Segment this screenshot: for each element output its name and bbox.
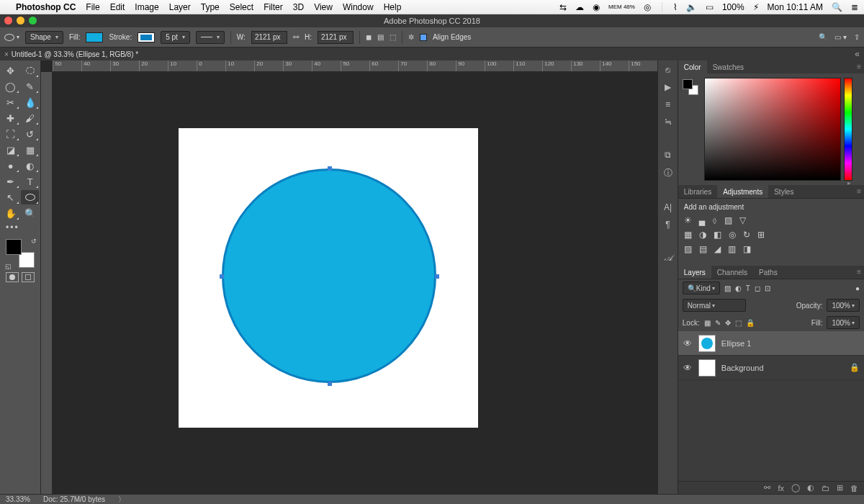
zoom-level[interactable]: 33.33% <box>6 495 30 503</box>
colorlookup-adj-icon[interactable]: ⊞ <box>757 230 765 240</box>
tab-swatches[interactable]: Swatches <box>707 60 750 73</box>
blur-tool[interactable]: ● <box>1 158 19 173</box>
doc-size[interactable]: Doc: 25.7M/0 bytes <box>43 495 105 503</box>
window-minimize-button[interactable] <box>17 17 24 24</box>
transform-handle-e[interactable] <box>435 274 439 279</box>
type-tool[interactable]: T <box>21 174 39 189</box>
shape-tool-icon[interactable]: ▾ <box>4 34 19 41</box>
crop-tool[interactable]: ✂︎ <box>1 95 19 109</box>
stamp-tool[interactable]: ⛶ <box>1 127 19 141</box>
hand-tool[interactable]: ✋ <box>1 206 19 220</box>
panel-menu-icon[interactable]: ≡ <box>857 187 861 195</box>
tool-mode-select[interactable]: Shape <box>25 31 63 44</box>
menu-extras-icon[interactable]: ≣ <box>851 2 858 12</box>
curves-adj-icon[interactable]: ⎀ <box>712 215 717 225</box>
posterize-adj-icon[interactable]: ▤ <box>699 244 707 254</box>
document-tab[interactable]: Untitled-1 @ 33.3% (Ellipse 1, RGB/8) * <box>12 50 138 58</box>
lock-paint-icon[interactable]: ✎ <box>715 319 721 327</box>
lock-artboard-icon[interactable]: ⬚ <box>735 319 742 327</box>
gear-icon[interactable]: ✲ <box>408 33 414 41</box>
new-adjustment-icon[interactable]: ◐ <box>807 483 814 492</box>
vibrance-adj-icon[interactable]: ▽ <box>739 215 746 225</box>
align-edges-checkbox[interactable] <box>420 34 427 41</box>
menu-view[interactable]: View <box>314 2 333 12</box>
opacity-input[interactable]: 100% <box>827 299 860 312</box>
tab-layers[interactable]: Layers <box>678 266 711 279</box>
threshold-adj-icon[interactable]: ◢ <box>714 244 721 254</box>
tab-color[interactable]: Color <box>678 60 707 73</box>
workspace-switcher-icon[interactable]: ▭ ▾ <box>834 33 847 41</box>
search-icon[interactable]: 🔍 <box>819 33 827 41</box>
collapse-panels-icon[interactable]: « <box>855 49 860 59</box>
levels-adj-icon[interactable]: ▄ <box>699 215 706 225</box>
exposure-adj-icon[interactable]: ▧ <box>724 215 732 225</box>
tab-adjustments[interactable]: Adjustments <box>717 185 768 198</box>
blend-mode-select[interactable]: Normal <box>683 299 746 312</box>
bw-adj-icon[interactable]: ◧ <box>714 230 721 240</box>
layer-filter-kind[interactable]: 🔍 Kind <box>683 282 720 294</box>
paragraph-panel-icon[interactable]: ¶ <box>665 220 670 230</box>
lock-icon[interactable]: 🔒 <box>850 363 860 372</box>
menu-3d[interactable]: 3D <box>293 2 304 12</box>
layer-name[interactable]: Background <box>721 364 764 372</box>
layer-fx-icon[interactable]: fx <box>778 484 784 492</box>
hue-slider[interactable] <box>844 78 852 181</box>
default-colors-icon[interactable]: ◱ <box>5 263 12 270</box>
window-zoom-button[interactable] <box>29 17 37 24</box>
sync-icon[interactable]: ⇆ <box>559 2 567 12</box>
horizontal-ruler[interactable]: 5040302010010203040506070809010011012013… <box>53 60 657 72</box>
menu-window[interactable]: Window <box>343 2 374 12</box>
properties-panel-icon[interactable]: ≡ <box>665 99 670 109</box>
path-operations-icon[interactable]: ◼︎ <box>366 33 372 41</box>
window-close-button[interactable] <box>4 17 12 24</box>
width-input[interactable] <box>251 31 287 44</box>
status-more-icon[interactable]: 〉 <box>118 495 125 505</box>
gradientmap-adj-icon[interactable]: ▥ <box>728 244 736 254</box>
color-field[interactable] <box>704 78 841 181</box>
menu-layer[interactable]: Layer <box>169 2 191 12</box>
tab-paths[interactable]: Paths <box>753 266 783 279</box>
link-wh-icon[interactable]: ⚯ <box>293 33 299 41</box>
menu-edit[interactable]: Edit <box>110 2 125 12</box>
gradient-tool[interactable]: ▦ <box>21 143 39 157</box>
clone-panel-icon[interactable]: ⧉ <box>665 150 671 160</box>
delete-layer-icon[interactable]: 🗑 <box>850 484 858 492</box>
layer-visibility-icon[interactable]: 👁 <box>683 363 693 373</box>
brush-panel-icon[interactable]: ≒ <box>665 117 672 127</box>
battery-icon[interactable]: ▭ <box>706 2 714 12</box>
fill-color-swatch[interactable] <box>86 32 103 42</box>
app-name[interactable]: Photoshop CC <box>16 2 76 12</box>
pen-tool[interactable]: ✒︎ <box>1 174 19 189</box>
eye-icon[interactable]: ◎ <box>644 2 651 12</box>
marquee-tool[interactable] <box>21 63 39 78</box>
quickmask-mode-icon[interactable] <box>22 272 35 282</box>
cloud-icon[interactable]: ☁︎ <box>575 2 584 12</box>
ellipse-shape[interactable] <box>222 168 436 383</box>
foreground-color-swatch[interactable] <box>6 239 22 255</box>
vertical-ruler[interactable] <box>41 72 53 494</box>
tab-channels[interactable]: Channels <box>711 266 753 279</box>
zoom-tool[interactable]: 🔍 <box>21 206 39 220</box>
share-icon[interactable]: ⇪ <box>854 33 860 41</box>
lasso-tool[interactable]: ◯ <box>1 79 19 94</box>
photofilter-adj-icon[interactable]: ◎ <box>729 230 736 240</box>
edit-toolbar-button[interactable]: ••• <box>1 220 39 235</box>
stroke-width-input[interactable]: 5 pt <box>161 31 190 44</box>
height-input[interactable] <box>318 31 354 44</box>
history-panel-icon[interactable]: ⎋ <box>665 65 670 75</box>
colorbalance-adj-icon[interactable]: ◑ <box>699 230 706 240</box>
link-layers-icon[interactable]: ⚯ <box>764 483 770 492</box>
swap-colors-icon[interactable]: ↺ <box>31 238 37 245</box>
stroke-color-swatch[interactable] <box>138 32 155 42</box>
menu-filter[interactable]: Filter <box>264 2 283 12</box>
layer-thumbnail[interactable] <box>698 359 716 377</box>
hsl-adj-icon[interactable]: ▦ <box>684 230 692 240</box>
eraser-tool[interactable]: ◪ <box>1 143 19 157</box>
quick-select-tool[interactable]: ✎ <box>21 79 39 94</box>
eyedropper-tool[interactable]: 💧 <box>21 95 39 109</box>
channelmixer-adj-icon[interactable]: ↻ <box>743 230 750 240</box>
stroke-style-select[interactable] <box>196 31 225 44</box>
lock-transparency-icon[interactable]: ▦ <box>704 319 711 327</box>
brightness-adj-icon[interactable]: ☀︎ <box>684 215 692 225</box>
wifi-icon[interactable]: ⌇ <box>673 2 678 12</box>
